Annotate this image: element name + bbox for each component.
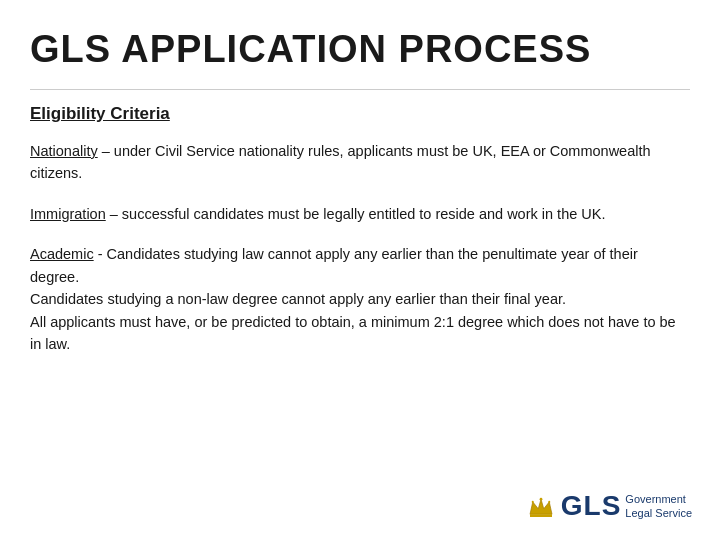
academic-label: Academic <box>30 246 94 262</box>
immigration-text: Immigration – successful candidates must… <box>30 203 690 225</box>
svg-rect-1 <box>530 514 552 517</box>
nationality-text: Nationality – under Civil Service nation… <box>30 140 690 185</box>
svg-point-2 <box>539 498 542 501</box>
nationality-detail: – under Civil Service nationality rules,… <box>30 143 651 181</box>
logo-abbr: GLS <box>561 490 622 522</box>
logo-text-wrapper: GLS Government Legal Service <box>561 490 692 522</box>
nationality-label: Nationality <box>30 143 98 159</box>
logo-line1: Government <box>625 492 692 506</box>
academic-text: Academic - Candidates studying law canno… <box>30 243 690 355</box>
eligibility-heading: Eligibility Criteria <box>30 104 690 124</box>
logo-subtitle: Government Legal Service <box>625 492 692 521</box>
page-container: GLS APPLICATION PROCESS Eligibility Crit… <box>0 0 720 540</box>
svg-point-3 <box>532 501 534 503</box>
gls-logo: GLS Government Legal Service <box>527 490 692 522</box>
crown-icon <box>527 495 555 517</box>
academic-block: Academic - Candidates studying law canno… <box>30 243 690 355</box>
academic-detail: - Candidates studying law cannot apply a… <box>30 246 676 352</box>
logo-line2: Legal Service <box>625 506 692 520</box>
page-title: GLS APPLICATION PROCESS <box>30 28 690 71</box>
title-divider <box>30 89 690 90</box>
immigration-block: Immigration – successful candidates must… <box>30 203 690 225</box>
immigration-label: Immigration <box>30 206 106 222</box>
svg-point-4 <box>548 501 550 503</box>
immigration-detail: – successful candidates must be legally … <box>106 206 606 222</box>
nationality-block: Nationality – under Civil Service nation… <box>30 140 690 185</box>
